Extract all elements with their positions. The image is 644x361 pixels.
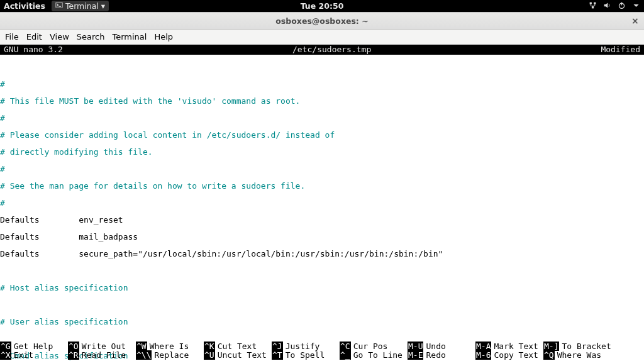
nano-shortcut-bar: ^GGet Help ^OWrite Out ^WWhere Is ^KCut …: [0, 342, 644, 360]
file-line: #: [0, 80, 644, 89]
shortcut-key: ^W: [136, 342, 147, 351]
shortcut-label: Mark Text: [491, 342, 538, 351]
svg-rect-2: [590, 2, 592, 4]
shortcut-label: Exit: [11, 350, 33, 360]
nano-editor[interactable]: GNU nano 3.2 /etc/sudoers.tmp Modified #…: [0, 45, 644, 361]
file-line: #: [0, 199, 644, 208]
terminal-icon: [55, 1, 63, 11]
svg-rect-4: [592, 6, 594, 8]
shortcut-key: ^K: [204, 342, 215, 351]
nano-version: GNU nano 3.2: [4, 45, 63, 54]
file-line: # This file MUST be edited with the 'vis…: [0, 97, 644, 106]
shortcut-label: Uncut Text: [215, 350, 267, 360]
editor-content[interactable]: # # This file MUST be edited with the 'v…: [0, 55, 644, 362]
shortcut-key: M-U: [408, 342, 423, 351]
file-line: #: [0, 165, 644, 174]
window-titlebar: osboxes@osboxes: ~ ×: [0, 12, 644, 30]
shortcut-label: Where Is: [147, 342, 189, 351]
menu-file[interactable]: File: [5, 32, 19, 42]
gnome-top-bar: Activities Terminal ▾ Tue 20:50: [0, 0, 644, 12]
shortcut-label: Go To Line: [351, 350, 402, 360]
svg-rect-3: [594, 2, 596, 4]
file-line: # See the man page for details on how to…: [0, 182, 644, 191]
shortcut-key: ^J: [272, 342, 283, 351]
file-line: #: [0, 114, 644, 123]
nano-title-bar: GNU nano 3.2 /etc/sudoers.tmp Modified: [0, 45, 644, 55]
app-menu[interactable]: Terminal ▾: [52, 1, 109, 11]
file-line: # Host alias specification: [0, 284, 644, 292]
file-line: # User alias specification: [0, 318, 644, 326]
activities-button[interactable]: Activities: [4, 1, 45, 11]
window-title: osboxes@osboxes: ~: [275, 16, 368, 26]
shortcut-key: ^X: [0, 350, 11, 360]
menu-view[interactable]: View: [50, 32, 69, 42]
shortcut-key: M-]: [543, 342, 559, 351]
menubar: File Edit View Search Terminal Help: [0, 30, 644, 45]
shortcut-label: Write Out: [79, 342, 126, 351]
shortcut-label: Copy Text: [491, 350, 538, 360]
shortcut-label: Get Help: [11, 342, 53, 351]
shortcut-key: ^G: [0, 342, 11, 351]
shortcut-label: Justify: [283, 342, 320, 351]
nano-filename: /etc/sudoers.tmp: [63, 45, 601, 54]
menu-edit[interactable]: Edit: [26, 32, 42, 42]
shortcut-key: ^C: [340, 342, 351, 351]
shortcut-key: ^O: [68, 342, 79, 351]
shortcut-key: M-A: [475, 342, 491, 351]
close-icon[interactable]: ×: [631, 16, 640, 25]
volume-icon[interactable]: [603, 1, 611, 11]
chevron-down-icon[interactable]: [632, 1, 640, 11]
network-icon[interactable]: [589, 1, 597, 11]
shortcut-key: ^Q: [543, 350, 555, 360]
app-menu-label: Terminal ▾: [65, 1, 105, 11]
power-icon[interactable]: [618, 1, 626, 11]
file-line: # directly modifying this file.: [0, 148, 644, 157]
shortcut-key: ^T: [272, 350, 283, 360]
shortcut-label: Cur Pos: [351, 342, 388, 351]
menu-search[interactable]: Search: [77, 32, 105, 42]
shortcut-label: Cut Text: [215, 342, 257, 351]
menu-help[interactable]: Help: [154, 32, 173, 42]
svg-rect-0: [56, 3, 63, 8]
shortcut-key: ^\\: [136, 350, 152, 360]
shortcut-label: Where Was: [555, 350, 601, 360]
shortcut-label: Redo: [423, 350, 445, 360]
file-line: # Please consider adding local content i…: [0, 131, 644, 140]
shortcut-key: ^U: [204, 350, 215, 360]
shortcut-label: Read File: [79, 350, 126, 360]
shortcut-label: To Bracket: [559, 342, 611, 351]
nano-status: Modified: [601, 45, 640, 54]
shortcut-key: ^R: [68, 350, 79, 360]
shortcut-key: M-6: [475, 350, 491, 360]
file-line: Defaults secure_path="/usr/local/sbin:/u…: [0, 250, 644, 258]
shortcut-label: To Spell: [283, 350, 325, 360]
file-line: Defaults mail_badpass: [0, 233, 644, 242]
shortcut-label: Undo: [423, 342, 445, 351]
menu-terminal[interactable]: Terminal: [112, 32, 147, 42]
file-line: Defaults env_reset: [0, 216, 644, 225]
shortcut-key: M-E: [408, 350, 423, 360]
shortcut-key: ^_: [340, 350, 351, 360]
shortcut-label: Replace: [152, 350, 189, 360]
